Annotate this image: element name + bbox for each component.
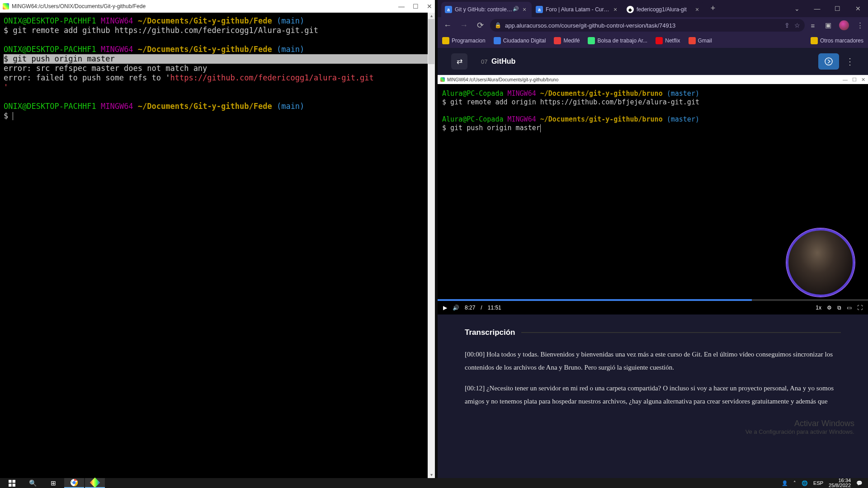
scrollbar[interactable]: ▴ ▾: [428, 13, 435, 478]
star-icon[interactable]: ☆: [794, 22, 800, 29]
tab-close-icon[interactable]: ×: [612, 6, 619, 13]
playback-speed[interactable]: 1x: [816, 305, 821, 311]
left-terminal-body[interactable]: ONIX@DESKTOP-PACHHF1 MINGW64 ~/Documents…: [0, 13, 435, 478]
browser-menu-icon[interactable]: ⋮: [855, 21, 864, 30]
clock[interactable]: 16:34 25/8/2022: [829, 478, 851, 488]
minimize-icon: —: [843, 77, 848, 83]
terminal-error: error: failed to push some refs to ': [4, 73, 170, 82]
language-indicator[interactable]: ESP: [813, 480, 823, 486]
volume-icon[interactable]: 🔊: [453, 305, 459, 311]
new-tab-button[interactable]: +: [707, 2, 719, 14]
bookmark-medife[interactable]: Medifé: [554, 37, 580, 44]
notifications-icon[interactable]: 💬: [856, 480, 863, 486]
time-separator: /: [481, 305, 482, 311]
task-view-button[interactable]: ⊞: [43, 478, 63, 488]
tab-close-icon[interactable]: ×: [693, 6, 701, 13]
prompt-sys: MINGW64: [508, 89, 536, 98]
terminal-prompt: $: [4, 111, 13, 120]
clock-date: 25/8/2022: [829, 483, 851, 488]
bookmark-programacion[interactable]: Programacion: [442, 37, 486, 44]
search-button[interactable]: 🔍: [23, 478, 42, 488]
prompt-branch: (main): [277, 102, 304, 111]
transcript-paragraph: [00:12] ¿Necesito tener un servidor en m…: [465, 382, 841, 408]
prompt-path: ~/Documents/Git-y-github/Fede: [138, 16, 272, 25]
people-icon[interactable]: 👤: [782, 480, 788, 486]
video-progress-bar[interactable]: [438, 299, 868, 301]
transcript-text: ¿Necesito tener un servidor en mi red o …: [465, 385, 834, 405]
start-button[interactable]: [2, 478, 22, 488]
prompt-path: ~/Documents/Git-y-github/Fede: [138, 102, 272, 111]
audio-icon[interactable]: 🔊: [513, 6, 520, 13]
profile-avatar[interactable]: [839, 20, 849, 30]
bookmark-bolsa[interactable]: Bolsa de trabajo Ar...: [588, 37, 647, 44]
fullscreen-icon[interactable]: ⛶: [857, 305, 863, 311]
windows-activation-watermark: Activar Windows Ve a Configuración para …: [745, 419, 854, 435]
network-icon[interactable]: 🌐: [802, 480, 808, 486]
prompt-path: ~/Documents/git-y-github/bruno: [540, 89, 663, 98]
terminal-cmd: $ git push origin master: [442, 124, 540, 132]
minimize-icon[interactable]: —: [398, 3, 405, 10]
video-controls: ▶ 🔊 8:27 / 11:51 1x ⚙ ⧉ ▭ ⛶: [438, 301, 868, 314]
taskbar-git-bash[interactable]: [85, 478, 105, 488]
prompt-branch: (master): [667, 89, 699, 98]
bookmark-label: Netflix: [665, 38, 680, 44]
close-icon[interactable]: ✕: [848, 0, 868, 17]
address-bar[interactable]: 🔒 app.aluracursos.com/course/git-github-…: [490, 19, 805, 32]
lesson-number: 07: [481, 58, 487, 65]
tab-search-icon[interactable]: ⌄: [787, 0, 807, 17]
close-icon[interactable]: ✕: [427, 3, 432, 10]
side-panel-icon[interactable]: ▣: [824, 21, 833, 30]
prompt-path: ~/Documents/Git-y-github/Fede: [138, 45, 272, 54]
transcript-section: Transcripción [00:00] Hola todos y todas…: [438, 314, 868, 478]
maximize-icon: ☐: [852, 77, 857, 83]
cursor: [13, 112, 13, 120]
site-icon: [494, 37, 501, 44]
terminal-error: ': [4, 83, 431, 92]
prompt-user: ONIX@DESKTOP-PACHHF1: [4, 16, 96, 25]
svg-rect-1: [9, 480, 12, 483]
next-lesson-button[interactable]: [818, 53, 839, 70]
tab[interactable]: ◆ federicogg1/Alura-git ×: [623, 2, 704, 17]
browser-toolbar: ← → ⟳ 🔒 app.aluracursos.com/course/git-g…: [438, 17, 868, 33]
bookmark-ciudadano[interactable]: Ciudadano Digital: [494, 37, 546, 44]
scrollbar-thumb[interactable]: [428, 19, 434, 64]
forward-button[interactable]: →: [458, 19, 470, 32]
share-icon[interactable]: ⇪: [784, 22, 790, 29]
video-terminal-body: Alura@PC-Copada MINGW64 ~/Documents/git-…: [438, 84, 868, 138]
maximize-icon[interactable]: ☐: [827, 0, 848, 17]
bookmark-otros[interactable]: Otros marcadores: [811, 37, 863, 44]
video-time-current: 8:27: [465, 305, 475, 311]
course-menu-button[interactable]: ⇄: [451, 53, 467, 70]
minimize-icon[interactable]: —: [807, 0, 827, 17]
theater-icon[interactable]: ▭: [847, 305, 852, 311]
play-button[interactable]: ▶: [443, 305, 447, 311]
tab-active[interactable]: a Git y GitHub: controle y co 🔊 ×: [441, 2, 532, 17]
tab[interactable]: a Foro | Alura Latam - Cursos on ×: [532, 2, 623, 17]
back-button[interactable]: ←: [441, 19, 454, 32]
svg-point-6: [73, 481, 76, 484]
scroll-down-icon[interactable]: ▾: [428, 472, 435, 478]
settings-icon[interactable]: ⚙: [827, 305, 832, 311]
prompt-branch: (main): [277, 45, 304, 54]
transcript-text: Hola todos y todas. Bienvenidos y bienve…: [465, 351, 833, 371]
lesson-menu-icon[interactable]: ⋮: [845, 56, 854, 67]
pip-icon[interactable]: ⧉: [837, 305, 841, 311]
reload-button[interactable]: ⟳: [474, 19, 486, 32]
transcript-heading: Transcripción: [465, 328, 515, 337]
reading-list-icon[interactable]: ≡: [808, 21, 817, 30]
left-terminal-titlebar[interactable]: MINGW64:/c/Users/ONIX/Documents/Git-y-gi…: [0, 0, 435, 13]
presenter-webcam: [787, 229, 854, 296]
bookmark-label: Otros marcadores: [820, 38, 863, 44]
taskbar-chrome[interactable]: [64, 478, 84, 488]
timestamp: [00:00]: [465, 351, 485, 358]
video-player[interactable]: MINGW64:/c/Users/Alura/Documents/git-y-g…: [438, 75, 868, 314]
tray-chevron-icon[interactable]: ˄: [793, 480, 796, 486]
git-bash-icon: [90, 478, 100, 488]
maximize-icon[interactable]: ☐: [413, 3, 419, 10]
bookmark-gmail[interactable]: Gmail: [689, 37, 712, 44]
scroll-up-icon[interactable]: ▴: [428, 13, 435, 19]
lock-icon[interactable]: 🔒: [495, 22, 501, 28]
tab-close-icon[interactable]: ×: [521, 6, 528, 13]
favicon-alura: a: [445, 6, 452, 13]
bookmark-netflix[interactable]: Netflix: [656, 37, 680, 44]
